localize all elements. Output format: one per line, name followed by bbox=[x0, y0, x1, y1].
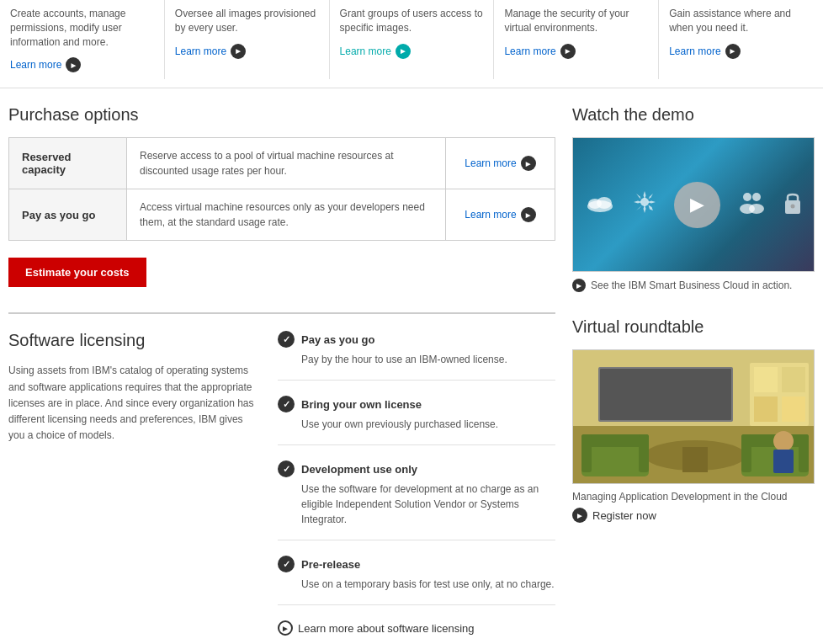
software-left-panel: Software licensing Using assets from IBM… bbox=[8, 331, 261, 636]
check-icon: ✓ bbox=[278, 396, 295, 412]
arrow-circle-icon: ► bbox=[521, 156, 536, 171]
arrow-circle-icon: ► bbox=[396, 44, 411, 59]
svg-rect-15 bbox=[754, 367, 778, 392]
top-card-accounts-desc: Create accounts, manage permissions, mod… bbox=[10, 7, 154, 49]
svg-point-5 bbox=[752, 193, 761, 201]
software-licensing-section: Software licensing Using assets from IBM… bbox=[8, 312, 555, 636]
software-description: Using assets from IBM's catalog of opera… bbox=[8, 363, 261, 444]
arrow-circle-dark-icon: ► bbox=[572, 508, 587, 523]
top-card-images: Oversee all images provisioned by every … bbox=[165, 0, 330, 79]
table-row-reserved: Reserved capacity Reserve access to a po… bbox=[9, 138, 555, 189]
license-header-dev: ✓ Development use only bbox=[278, 460, 555, 477]
svg-point-7 bbox=[749, 204, 764, 214]
roundtable-caption: Managing Application Development in the … bbox=[572, 491, 815, 503]
license-item-dev: ✓ Development use only Use the software … bbox=[278, 460, 555, 540]
reserved-learn-more-link[interactable]: Learn more ► bbox=[465, 156, 535, 171]
svg-point-4 bbox=[743, 193, 751, 201]
license-item-prerelease: ✓ Pre-release Use on a temporary basis f… bbox=[278, 556, 555, 605]
roundtable-section-title: Virtual roundtable bbox=[572, 317, 815, 337]
svg-rect-25 bbox=[639, 434, 649, 472]
software-right-panel: ✓ Pay as you go Pay by the hour to use a… bbox=[278, 331, 555, 636]
top-card-assistance-desc: Gain assistance where and when you need … bbox=[669, 7, 813, 35]
check-icon: ✓ bbox=[278, 460, 295, 477]
top-card-accounts-link[interactable]: Learn more ► bbox=[10, 57, 81, 72]
svg-rect-18 bbox=[782, 397, 805, 422]
learn-more-software-link[interactable]: ► Learn more about software licensing bbox=[278, 620, 555, 636]
top-card-assistance-link[interactable]: Learn more ► bbox=[669, 44, 740, 59]
lock-icon bbox=[783, 190, 802, 220]
license-header-paygo: ✓ Pay as you go bbox=[278, 331, 555, 348]
svg-rect-16 bbox=[782, 367, 805, 392]
svg-point-30 bbox=[773, 431, 794, 451]
top-cards-row: Create accounts, manage permissions, mod… bbox=[0, 0, 823, 88]
purchase-section-title: Purchase options bbox=[8, 105, 555, 125]
virtual-roundtable-section: Virtual roundtable bbox=[572, 317, 815, 523]
paygo-desc: Access virtual machine resources only as… bbox=[127, 189, 446, 241]
arrow-circle-icon: ► bbox=[231, 44, 246, 59]
svg-point-2 bbox=[597, 197, 612, 209]
license-header-prerelease: ✓ Pre-release bbox=[278, 556, 555, 572]
svg-rect-29 bbox=[799, 434, 809, 472]
top-card-groups: Grant groups of users access to specific… bbox=[330, 0, 495, 79]
svg-rect-13 bbox=[600, 369, 731, 420]
svg-point-9 bbox=[790, 204, 794, 208]
license-item-byol: ✓ Bring your own license Use your own pr… bbox=[278, 396, 555, 445]
arrow-circle-icon: ► bbox=[725, 44, 741, 59]
license-item-paygo: ✓ Pay as you go Pay by the hour to use a… bbox=[278, 331, 555, 381]
check-icon: ✓ bbox=[278, 331, 295, 348]
people-icon bbox=[737, 190, 767, 220]
top-card-security-link[interactable]: Learn more ► bbox=[504, 44, 575, 59]
arrow-circle-icon: ► bbox=[560, 44, 576, 59]
top-card-groups-link[interactable]: Learn more ► bbox=[340, 44, 411, 59]
top-card-security: Manage the security of your virtual envi… bbox=[494, 0, 659, 79]
svg-rect-24 bbox=[581, 434, 592, 472]
roundtable-image bbox=[572, 349, 815, 484]
software-section-title: Software licensing bbox=[8, 331, 261, 350]
svg-rect-31 bbox=[773, 450, 794, 473]
top-card-images-desc: Oversee all images provisioned by every … bbox=[175, 7, 319, 35]
table-row-paygo: Pay as you go Access virtual machine res… bbox=[9, 189, 555, 241]
estimate-costs-button[interactable]: Estimate your costs bbox=[8, 258, 146, 287]
gear-icon bbox=[632, 189, 657, 221]
arrow-circle-outline-icon: ► bbox=[278, 620, 293, 636]
arrow-circle-icon: ► bbox=[66, 57, 81, 72]
demo-video-box[interactable]: ▶ bbox=[572, 137, 815, 272]
software-inner: Software licensing Using assets from IBM… bbox=[8, 331, 555, 636]
roundtable-image-inner bbox=[573, 350, 814, 483]
top-card-security-desc: Manage the security of your virtual envi… bbox=[504, 7, 648, 35]
top-card-images-link[interactable]: Learn more ► bbox=[175, 44, 246, 59]
check-icon: ✓ bbox=[278, 556, 295, 572]
paygo-link-cell: Learn more ► bbox=[446, 189, 555, 241]
top-card-accounts: Create accounts, manage permissions, mod… bbox=[0, 0, 165, 79]
cloud-icon bbox=[586, 191, 615, 218]
demo-caption-text: See the IBM Smart Business Cloud in acti… bbox=[591, 279, 792, 291]
svg-rect-28 bbox=[741, 434, 751, 472]
register-now-link[interactable]: ► Register now bbox=[572, 508, 815, 523]
reserved-link-cell: Learn more ► bbox=[446, 138, 555, 189]
demo-caption: ▶ See the IBM Smart Business Cloud in ac… bbox=[572, 279, 815, 292]
top-card-assistance: Gain assistance where and when you need … bbox=[659, 0, 823, 79]
arrow-circle-icon: ► bbox=[521, 207, 536, 222]
purchase-table: Reserved capacity Reserve access to a po… bbox=[8, 137, 555, 241]
svg-rect-21 bbox=[682, 447, 708, 472]
play-small-icon: ▶ bbox=[572, 279, 586, 292]
demo-section-title: Watch the demo bbox=[572, 105, 815, 125]
play-button[interactable]: ▶ bbox=[674, 182, 720, 228]
main-content: Purchase options Reserved capacity Reser… bbox=[0, 105, 823, 636]
reserved-label: Reserved capacity bbox=[9, 138, 127, 189]
paygo-label: Pay as you go bbox=[9, 189, 127, 241]
top-card-groups-desc: Grant groups of users access to specific… bbox=[340, 7, 484, 35]
paygo-learn-more-link[interactable]: Learn more ► bbox=[465, 207, 535, 222]
svg-rect-17 bbox=[754, 397, 778, 422]
right-column: Watch the demo bbox=[572, 105, 815, 636]
watch-demo-section: Watch the demo bbox=[572, 105, 815, 292]
license-header-byol: ✓ Bring your own license bbox=[278, 396, 555, 412]
reserved-desc: Reserve access to a pool of virtual mach… bbox=[127, 138, 446, 189]
left-column: Purchase options Reserved capacity Reser… bbox=[8, 105, 555, 636]
